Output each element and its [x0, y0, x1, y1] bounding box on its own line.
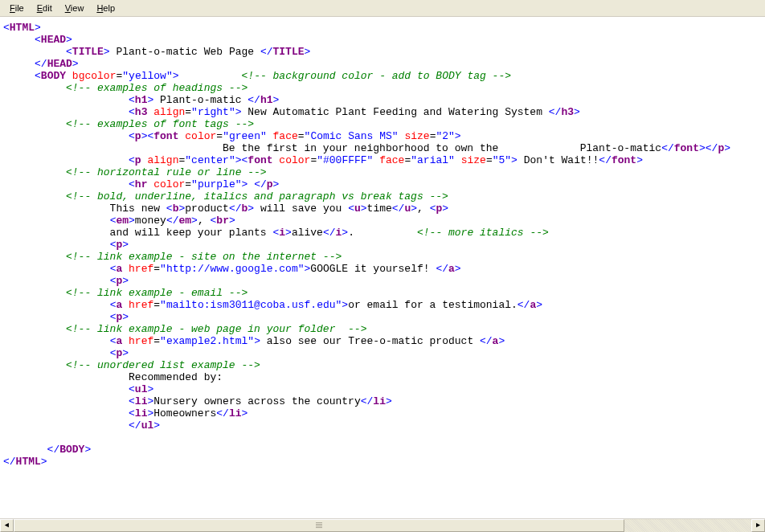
code-line: <a href="http://www.google.com">GOOGLE i…: [3, 263, 762, 275]
code-line: </HTML>: [3, 456, 762, 468]
code-line: <li>Homeowners</li>: [3, 407, 762, 419]
menu-view[interactable]: View: [59, 2, 91, 14]
code-line: <HTML>: [3, 22, 762, 34]
menu-edit[interactable]: Edit: [31, 2, 59, 14]
code-line: [3, 432, 762, 444]
code-line: <!-- link example - web page in your fol…: [3, 323, 762, 335]
code-line: <p><font color="green" face="Comic Sans …: [3, 130, 762, 142]
code-line: <a href="mailto:ism3011@coba.usf.edu">or…: [3, 299, 762, 311]
code-line: and will keep your plants <i>alive</i>. …: [3, 227, 762, 239]
code-line: <HEAD>: [3, 34, 762, 46]
code-line: Be the first in your neighborhood to own…: [3, 142, 762, 154]
menu-file[interactable]: File: [3, 2, 31, 14]
code-line: <em>money</em>, <br>: [3, 215, 762, 227]
code-line: Recommended by:: [3, 371, 762, 383]
menu-help[interactable]: Help: [90, 2, 121, 14]
code-line: <!-- link example - email -->: [3, 287, 762, 299]
horizontal-scrollbar[interactable]: ◄ ►: [0, 518, 765, 532]
code-line: <TITLE> Plant-o-matic Web Page </TITLE>: [3, 46, 762, 58]
code-line: <!-- link example - site on the internet…: [3, 251, 762, 263]
scroll-left-button[interactable]: ◄: [0, 519, 14, 532]
code-line: This new <b>product</b> will save you <u…: [3, 203, 762, 215]
code-line: </HEAD>: [3, 58, 762, 70]
code-line: <p>: [3, 311, 762, 323]
code-line: <li>Nursery owners across the country</l…: [3, 395, 762, 407]
scroll-thumb[interactable]: [14, 519, 624, 532]
code-line: </ul>: [3, 419, 762, 432]
code-line: <!-- bold, underline, italics and paragr…: [3, 190, 762, 203]
code-line: <BODY bgcolor="yellow"> <!-- background …: [3, 70, 762, 82]
scroll-track[interactable]: [14, 519, 751, 532]
code-line: <!-- horizontal rule or line -->: [3, 166, 762, 178]
code-line: <h3 align="right"> New Automatic Plant F…: [3, 106, 762, 118]
code-line: <ul>: [3, 383, 762, 395]
code-line: <!-- examples of headings -->: [3, 82, 762, 94]
code-line: <p>: [3, 347, 762, 359]
code-line: <!-- examples of font tags -->: [3, 118, 762, 130]
code-line: <hr color="purple"> </p>: [3, 178, 762, 190]
code-line: <p>: [3, 239, 762, 251]
code-line: <a href="example2.html"> also see our Tr…: [3, 335, 762, 347]
menubar: File Edit View Help: [0, 0, 765, 17]
code-line: <p align="center"><font color="#00FFFF" …: [3, 154, 762, 166]
code-line: </BODY>: [3, 444, 762, 456]
code-editor[interactable]: <HTML> <HEAD> <TITLE> Plant-o-matic Web …: [0, 17, 765, 518]
scroll-right-button[interactable]: ►: [751, 519, 765, 532]
code-line: <h1> Plant-o-matic </h1>: [3, 94, 762, 106]
code-line: <!-- unordered list example -->: [3, 359, 762, 371]
code-line: <p>: [3, 275, 762, 287]
